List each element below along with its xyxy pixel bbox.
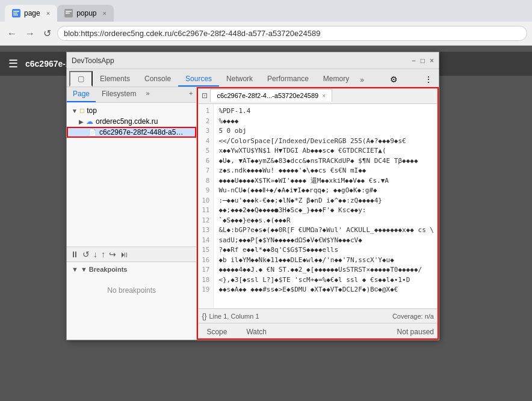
tabs-more[interactable]: » (356, 73, 368, 87)
line-number: 4 (200, 136, 209, 147)
line-number: 13 (200, 225, 209, 236)
code-view[interactable]: 12345678910111213141516171819 %PDF-1.4%◆… (197, 104, 439, 308)
tree-item-domain[interactable]: ▶ ☁ orderec5ng.cdek.ru (67, 116, 196, 127)
play-icon[interactable]: ⏯ (120, 249, 128, 259)
line-number: 19 (200, 285, 209, 295)
line-number: 7 (200, 166, 209, 176)
code-line: ◆◆s◆A◆◆ ◆◆◆#ss◆>E◆$DMU ◆XT◆◆VT◆DCL2F◆)B©… (218, 285, 434, 295)
breakpoints-section: ▼ ▼ Breakpoints No breakpoints (67, 262, 196, 340)
line-number: 1 (200, 106, 209, 117)
step-icon[interactable]: ↪ (109, 249, 116, 259)
source-tab-label: c6c2967e-28f2-4...-a53720e24589 (217, 92, 318, 99)
devtools-gear-icon[interactable]: ⚙ (386, 72, 401, 87)
status-bar: {} Line 1, Column 1 Coverage: n/a (197, 308, 439, 323)
scope-watch-bar: Scope Watch Not paused (197, 323, 439, 340)
tab-page-icon (12, 9, 20, 17)
svg-rect-5 (66, 11, 72, 12)
tab-page-close[interactable]: × (46, 10, 50, 17)
no-breakpoints-text: No breakpoints (69, 286, 194, 295)
devtools-minimize[interactable]: − (412, 57, 416, 65)
tab-inspector[interactable]: ▢ (69, 71, 93, 87)
tree-item-file[interactable]: 📄 c6c2967e-28f2-448d-a577-a5 (67, 127, 196, 138)
code-line: ◆b il◆YM◆◆Nk◆11◆◆◆DLE◆wl◆◆/'n◆◆'7N,sscX'… (218, 256, 434, 266)
devtools-right-panel: ⊡ c6c2967e-28f2-4...-a53720e24589 × 1234… (197, 87, 439, 340)
hamburger-icon[interactable]: ☰ (8, 57, 18, 70)
line-number: 11 (200, 206, 209, 216)
line-number: 3 (200, 126, 209, 136)
back-button[interactable]: ← (5, 26, 19, 41)
code-line: z◆s.ndk◆◆◆◆Wu! ◆◆◆◆◆'◆\◆◆cs €s€N mI◆◆ (218, 166, 434, 176)
source-tab-bar: ⊡ c6c2967e-28f2-4...-a53720e24589 × (197, 87, 439, 104)
tab-memory[interactable]: Memory (316, 72, 356, 87)
tab-console[interactable]: Console (137, 72, 178, 87)
devtools-tabs: ▢ Elements Console Sources Network Perfo… (67, 69, 439, 87)
tree-label-domain: orderec5ng.cdek.ru (96, 117, 158, 126)
devtools-maximize[interactable]: □ (421, 57, 425, 65)
line-number: 2 (200, 117, 209, 127)
code-line: ◆◆◆◆U◆◆◆◆X$TK»◆WI'◆◆◆◆ 還M◆◆xkiM◆◆V◆◆ €s.… (218, 176, 434, 186)
line-number: 12 (200, 216, 209, 226)
breakpoints-arrow: ▼ (72, 266, 78, 273)
tab-network[interactable]: Network (219, 72, 260, 87)
tab-page[interactable]: page × (5, 5, 57, 22)
tab-popup[interactable]: popup × (57, 5, 114, 22)
nav-bar: ← → ↺ (0, 22, 532, 46)
tree-item-top[interactable]: ▼ □ top (67, 105, 196, 116)
devtools-titlebar: DevToolsApp − □ × (67, 52, 439, 69)
code-line: %PDF-1.4 (218, 106, 434, 117)
forward-button[interactable]: → (23, 26, 37, 41)
code-line: &L◆:bGP?e◆s◆(◆◆0R[F €UMΩa?◆Wul' ACKULL_◆… (218, 225, 434, 236)
left-tab-page[interactable]: Page (67, 87, 96, 102)
code-line: <</ColorSpace[/Indexed/DeviceRGB 255(A◆?… (218, 136, 434, 147)
line-number: 18 (200, 275, 209, 286)
code-line: ◆◆;◆◆◆2◆◆Q◆◆◆◆●3H◆Sc◆_}◆◆◆F'◆ Ksc◆◆y: (218, 206, 434, 216)
line-number: 16 (200, 256, 209, 266)
status-bar-text: Line 1, Column 1 (209, 313, 259, 320)
scope-tab[interactable]: Scope (197, 325, 237, 338)
devtools-menu-icon[interactable]: ⋮ (421, 72, 436, 87)
step-out-icon[interactable]: ↑ (101, 249, 105, 259)
watch-tab[interactable]: Watch (237, 325, 276, 338)
code-line: %◆◆◆◆ (218, 117, 434, 127)
source-tab[interactable]: c6c2967e-28f2-4...-a53720e24589 × (210, 89, 332, 102)
code-content: %PDF-1.4%◆◆◆◆5 0 obj<</ColorSpace[/Index… (214, 104, 439, 308)
tree-label-file: c6c2967e-28f2-448d-a577-a5 (99, 128, 184, 136)
cloud-icon: ☁ (86, 117, 93, 126)
code-line: <},◆3[◆ssl L?]◆$TE 'scM+◆=%◆€◆l ssl ◆ €s… (218, 275, 434, 286)
status-bar-coverage: Coverage: n/a (392, 313, 434, 320)
devtools-close[interactable]: × (430, 57, 434, 65)
svg-rect-2 (13, 13, 17, 14)
source-tab-breadcrumb-icon: ⊡ (199, 89, 210, 102)
step-into-icon[interactable]: ↓ (93, 249, 97, 259)
left-tabs-more[interactable]: » (142, 87, 153, 102)
devtools-left-panel: Page Filesystem » + ▼ □ top ▶ ☁ (67, 87, 197, 340)
devtools-window: DevToolsApp − □ × ▢ Elements Console Sou… (66, 52, 439, 340)
svg-rect-1 (13, 11, 19, 12)
code-line: :─◆◆u'◆◆◆k-€◆◆;◆lN◆*Z β◆nD i◆^◆◆:zQ◆◆◆◆4… (218, 196, 434, 206)
left-tab-filesystem[interactable]: Filesystem (96, 87, 142, 102)
reload-button[interactable]: ↺ (41, 25, 54, 41)
tab-elements[interactable]: Elements (93, 72, 137, 87)
devtools-title: DevToolsApp (72, 57, 114, 65)
source-tab-close-icon[interactable]: × (322, 93, 326, 99)
line-number: 6 (200, 156, 209, 167)
line-number: 17 (200, 265, 209, 275)
tree-arrow-top: ▼ (72, 108, 78, 114)
tab-bar: page × popup × (0, 0, 532, 22)
tab-performance[interactable]: Performance (260, 72, 316, 87)
tree-label-top: top (87, 106, 97, 115)
pause-icon[interactable]: ⏸ (70, 249, 79, 259)
step-over-icon[interactable]: ↺ (82, 249, 90, 259)
tab-popup-close[interactable]: × (103, 10, 107, 17)
tab-sources[interactable]: Sources (178, 72, 219, 87)
devtools-body: Page Filesystem » + ▼ □ top ▶ ☁ (67, 87, 439, 340)
address-bar[interactable] (57, 26, 527, 41)
line-number: 14 (200, 236, 209, 246)
tree-arrow-domain: ▶ (79, 118, 84, 125)
left-tab-add[interactable]: + (185, 87, 196, 102)
line-number: 8 (200, 176, 209, 186)
code-line: sadU;◆◆◆P[◆$YN◆◆◆◆◆dΩS◆V◆€W$YN◆◆◆cV◆ (218, 236, 434, 246)
line-number: 15 (200, 245, 209, 256)
code-line: 5 0 obj (218, 126, 434, 136)
tab-page-label: page (24, 9, 40, 17)
